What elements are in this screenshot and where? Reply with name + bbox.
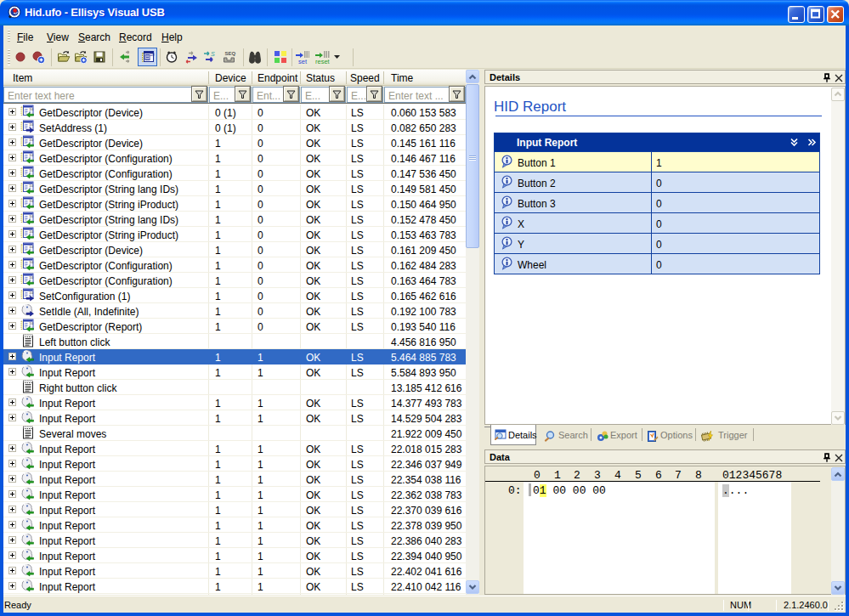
svg-text:10: 10 [29, 184, 33, 188]
svg-text:10: 10 [150, 53, 156, 57]
svg-text:SEQ: SEQ [225, 51, 236, 56]
svg-text:10: 10 [29, 321, 33, 325]
svg-text:10: 10 [29, 138, 33, 142]
svg-text:10: 10 [29, 260, 33, 264]
svg-text:10: 10 [29, 245, 33, 249]
svg-text:10: 10 [29, 107, 33, 111]
svg-text:reset: reset [315, 58, 331, 65]
svg-text:10: 10 [29, 199, 33, 203]
svg-text:10: 10 [29, 153, 33, 157]
svg-text:set: set [298, 58, 308, 65]
svg-text:10: 10 [29, 291, 33, 295]
svg-text:10: 10 [29, 168, 33, 172]
svg-text:10: 10 [29, 214, 33, 218]
svg-text:S: S [211, 51, 215, 57]
svg-text:10: 10 [29, 122, 33, 127]
svg-text:10: 10 [29, 275, 33, 280]
svg-text:10: 10 [29, 229, 33, 234]
